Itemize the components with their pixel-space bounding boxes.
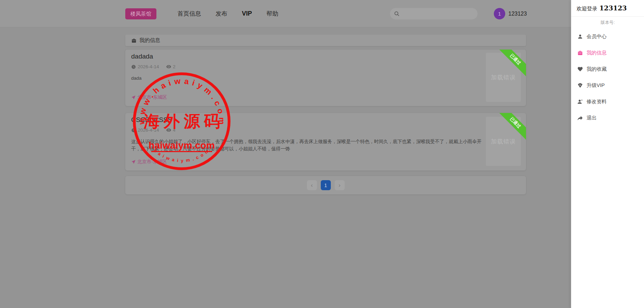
- status-badge: 已通过: [498, 113, 526, 141]
- menu-label: 退出: [587, 115, 597, 121]
- pagination: ‹ 1 ›: [125, 176, 526, 194]
- navbar: 楼凤茶馆 首页信息 发布 VIP 帮助 1 123123: [0, 0, 644, 27]
- post-title[interactable]: dadada: [131, 53, 153, 60]
- views-eye-icon: [166, 64, 171, 69]
- location-icon: [131, 95, 136, 100]
- post-views: 4: [173, 127, 176, 133]
- search-input[interactable]: [400, 8, 478, 19]
- post-body: 这是认识很久的小姐姐了，小区好停车，去了一个拥抱，领我去洗澡，后水中潇，再去床上…: [131, 138, 482, 152]
- card-icon: [577, 50, 583, 56]
- post-date: 2026-4-14: [138, 64, 159, 69]
- post-location-text: 北京市-东城区: [137, 159, 167, 165]
- status-badge: 已通过: [498, 50, 526, 78]
- nav-link-home[interactable]: 首页信息: [178, 10, 201, 18]
- clock-icon: [131, 128, 136, 133]
- menu-item-member-center[interactable]: 会员中心: [571, 28, 644, 45]
- menu-item-upgrade-vip[interactable]: 升级VIP: [571, 77, 644, 94]
- navbar-username[interactable]: 123123: [508, 11, 527, 17]
- pagination-next-button[interactable]: ›: [335, 180, 345, 190]
- exit-arrow-icon: [577, 115, 583, 121]
- location-icon: [131, 159, 136, 164]
- menu-label: 我的收藏: [587, 66, 607, 72]
- clock-icon: [131, 64, 136, 69]
- person-icon: [577, 34, 583, 39]
- my-info-icon: [131, 38, 137, 43]
- section-header: 我的信息: [125, 35, 526, 46]
- welcome-prefix: 欢迎登录: [577, 6, 597, 12]
- views-eye-icon: [166, 127, 171, 133]
- menu-label: 升级VIP: [587, 82, 605, 89]
- welcome-username: 123123: [599, 4, 627, 12]
- heart-icon: [577, 66, 583, 72]
- post-card[interactable]: CSCSCCSSS 2026-4-14 4 这是认识很久的小姐姐了，小区好停车，…: [125, 113, 526, 170]
- menu-item-my-info[interactable]: 我的信息: [571, 45, 644, 61]
- pagination-prev-button[interactable]: ‹: [307, 180, 317, 190]
- menu-label: 修改资料: [587, 98, 607, 105]
- menu-item-edit-profile[interactable]: 修改资料: [571, 94, 644, 110]
- post-views: 2: [173, 64, 176, 69]
- pagination-page-1[interactable]: 1: [321, 180, 331, 190]
- post-body: dada: [131, 74, 482, 82]
- post-location: 北京市-东城区: [131, 94, 167, 100]
- menu-label: 我的信息: [587, 50, 607, 56]
- post-title[interactable]: CSCSCCSSS: [131, 116, 172, 124]
- search-box[interactable]: [390, 8, 478, 19]
- section-title: 我的信息: [139, 37, 160, 44]
- post-location: 北京市-东城区: [131, 159, 167, 165]
- person-edit-icon: [577, 99, 583, 105]
- menu-item-favorites[interactable]: 我的收藏: [571, 61, 644, 77]
- site-logo-button[interactable]: 楼凤茶馆: [125, 8, 156, 19]
- post-meta: 2026-4-14 4: [131, 127, 175, 133]
- avatar[interactable]: 1: [494, 8, 505, 19]
- status-ribbon-wrap: 已通过: [498, 50, 526, 78]
- post-location-text: 北京市-东城区: [137, 94, 167, 100]
- post-date: 2026-4-14: [138, 127, 159, 133]
- menu-label: 会员中心: [587, 33, 607, 40]
- status-ribbon-wrap: 已通过: [498, 113, 526, 141]
- nav-link-vip[interactable]: VIP: [242, 10, 252, 17]
- post-meta: 2026-4-14 2: [131, 64, 175, 69]
- main-nav: 首页信息 发布 VIP 帮助: [178, 0, 278, 27]
- search-icon: [394, 11, 400, 17]
- welcome-text: 欢迎登录 123123: [577, 4, 627, 12]
- member-drawer: 欢迎登录 123123 版本号: 会员中心 我的信息 我的收藏 升级VIP 修改…: [571, 0, 644, 308]
- nav-link-help[interactable]: 帮助: [266, 10, 278, 18]
- drawer-menu: 会员中心 我的信息 我的收藏 升级VIP 修改资料 退出: [571, 28, 644, 126]
- divider: [571, 16, 644, 17]
- menu-item-logout[interactable]: 退出: [571, 110, 644, 126]
- version-label: 版本号:: [571, 20, 644, 26]
- nav-link-publish[interactable]: 发布: [216, 10, 227, 18]
- post-card[interactable]: dadada 2026-4-14 2 dada 北京市-东城区 加载错误 已通过: [125, 50, 526, 106]
- vip-shield-icon: [577, 82, 583, 88]
